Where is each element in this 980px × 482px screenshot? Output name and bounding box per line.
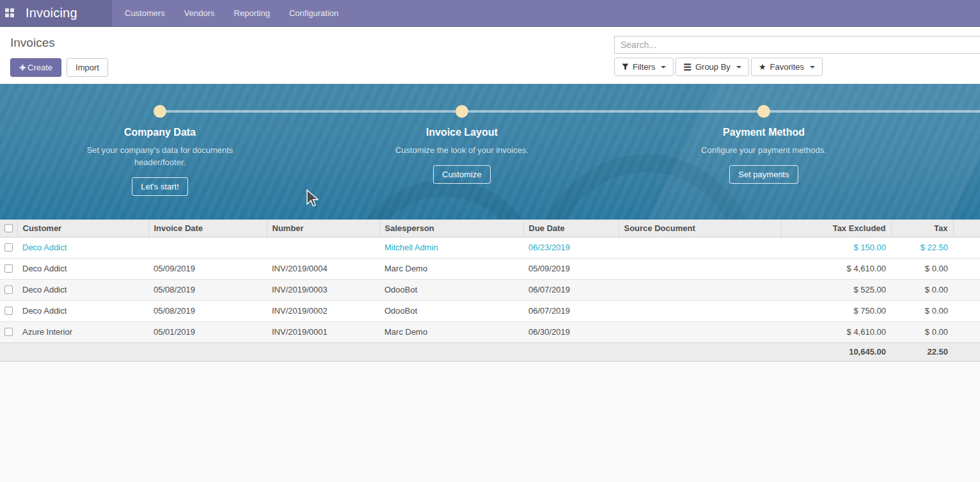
cell-tax-excluded[interactable]: $ 150.00 bbox=[781, 237, 891, 258]
step-action-button[interactable]: Let's start! bbox=[132, 177, 188, 196]
cell-tax[interactable]: $ 0.00 bbox=[891, 300, 953, 321]
step-description: Set your company's data for documents he… bbox=[84, 144, 236, 168]
top-navbar: Invoicing CustomersVendorsReportingConfi… bbox=[0, 0, 980, 27]
cell-spacer bbox=[953, 258, 980, 279]
column-header-number[interactable]: Number bbox=[267, 220, 379, 237]
cell-salesperson[interactable]: Mitchell Admin bbox=[379, 237, 523, 258]
step-title: Invoice Layout bbox=[426, 127, 498, 138]
cell-invoice-date[interactable] bbox=[148, 237, 267, 258]
cell-number[interactable]: INV/2019/0003 bbox=[267, 279, 379, 300]
spacer-column-header bbox=[953, 220, 980, 237]
cell-tax-excluded[interactable]: $ 4,610.00 bbox=[781, 258, 891, 279]
invoice-row[interactable]: Deco Addict 05/08/2019 INV/2019/0003 Odo… bbox=[0, 279, 980, 300]
step-title: Payment Method bbox=[723, 127, 805, 138]
cell-number[interactable] bbox=[267, 237, 379, 258]
cell-spacer bbox=[953, 237, 980, 258]
cell-customer[interactable]: Deco Addict bbox=[17, 258, 148, 279]
cell-due-date[interactable]: 06/23/2019 bbox=[523, 237, 619, 258]
column-header-salesperson[interactable]: Salesperson bbox=[379, 220, 523, 237]
create-button[interactable]: ✚Create bbox=[10, 58, 61, 77]
app-name[interactable]: Invoicing bbox=[26, 6, 77, 20]
invoice-row[interactable]: Deco Addict Mitchell Admin 06/23/2019 $ … bbox=[0, 237, 980, 258]
cell-due-date[interactable]: 06/07/2019 bbox=[523, 279, 619, 300]
cell-invoice-date[interactable]: 05/08/2019 bbox=[148, 279, 267, 300]
cell-customer[interactable]: Deco Addict bbox=[17, 237, 148, 258]
cell-tax-excluded[interactable]: $ 525.00 bbox=[781, 279, 891, 300]
top-menu-item[interactable]: Reporting bbox=[228, 0, 276, 26]
invoice-row[interactable]: Azure Interior 05/01/2019 INV/2019/0001 … bbox=[0, 321, 980, 342]
row-checkbox[interactable] bbox=[4, 264, 13, 273]
row-checkbox-cell[interactable] bbox=[0, 258, 17, 279]
cell-tax[interactable]: $ 0.00 bbox=[891, 321, 953, 342]
cell-number[interactable]: INV/2019/0002 bbox=[267, 300, 379, 321]
cell-tax[interactable]: $ 22.50 bbox=[891, 237, 953, 258]
total-tax-excluded: 10,645.00 bbox=[781, 342, 891, 361]
column-header-invoice-date[interactable]: Invoice Date bbox=[148, 220, 267, 237]
cell-customer[interactable]: Deco Addict bbox=[17, 279, 148, 300]
cell-source-document[interactable] bbox=[619, 237, 781, 258]
step-description: Configure your payment methods. bbox=[701, 144, 826, 156]
row-checkbox[interactable] bbox=[4, 285, 13, 294]
row-checkbox[interactable] bbox=[4, 243, 13, 252]
top-menu-item[interactable]: Customers bbox=[118, 0, 171, 26]
row-checkbox-cell[interactable] bbox=[0, 300, 17, 321]
page-title: Invoices bbox=[10, 36, 108, 50]
cell-due-date[interactable]: 06/30/2019 bbox=[523, 321, 619, 342]
cell-tax[interactable]: $ 0.00 bbox=[891, 258, 953, 279]
plus-icon: ✚ bbox=[19, 63, 26, 72]
cell-tax-excluded[interactable]: $ 4,610.00 bbox=[781, 321, 891, 342]
invoice-row[interactable]: Deco Addict 05/09/2019 INV/2019/0004 Mar… bbox=[0, 258, 980, 279]
step-action-button[interactable]: Set payments bbox=[729, 165, 798, 184]
cell-source-document[interactable] bbox=[619, 258, 781, 279]
cell-salesperson[interactable]: Marc Demo bbox=[379, 321, 523, 342]
cell-tax[interactable]: $ 0.00 bbox=[891, 279, 953, 300]
apps-grid-icon[interactable] bbox=[5, 8, 15, 18]
step-action-button[interactable]: Customize bbox=[433, 165, 490, 184]
cell-customer[interactable]: Azure Interior bbox=[17, 321, 148, 342]
row-checkbox-cell[interactable] bbox=[0, 321, 17, 342]
cell-number[interactable]: INV/2019/0001 bbox=[267, 321, 379, 342]
import-button[interactable]: Import bbox=[67, 58, 108, 77]
select-all-header[interactable] bbox=[0, 220, 17, 237]
top-menu-item[interactable]: Configuration bbox=[283, 0, 345, 26]
caret-down-icon bbox=[810, 66, 815, 68]
cell-invoice-date[interactable]: 05/09/2019 bbox=[148, 258, 267, 279]
control-panel: Invoices ✚Create Import Filters ☰ Group … bbox=[0, 27, 980, 84]
top-menu: CustomersVendorsReportingConfiguration bbox=[115, 0, 348, 26]
column-header-tax-excluded[interactable]: Tax Excluded bbox=[781, 220, 891, 237]
cell-source-document[interactable] bbox=[619, 321, 781, 342]
cell-source-document[interactable] bbox=[619, 279, 781, 300]
filters-button[interactable]: Filters bbox=[614, 58, 674, 76]
cell-invoice-date[interactable]: 05/01/2019 bbox=[148, 321, 267, 342]
invoice-row[interactable]: Deco Addict 05/08/2019 INV/2019/0002 Odo… bbox=[0, 300, 980, 321]
group-by-button[interactable]: ☰ Group By bbox=[676, 58, 748, 76]
cell-customer[interactable]: Deco Addict bbox=[17, 300, 148, 321]
cell-tax-excluded[interactable]: $ 750.00 bbox=[781, 300, 891, 321]
row-checkbox[interactable] bbox=[4, 307, 13, 315]
cell-invoice-date[interactable]: 05/08/2019 bbox=[148, 300, 267, 321]
search-input[interactable] bbox=[614, 36, 980, 54]
row-checkbox-cell[interactable] bbox=[0, 279, 17, 300]
cell-number[interactable]: INV/2019/0004 bbox=[267, 258, 379, 279]
column-header-source-document[interactable]: Source Document bbox=[619, 220, 781, 237]
cell-due-date[interactable]: 06/07/2019 bbox=[523, 300, 619, 321]
favorites-star-icon: ★ bbox=[759, 62, 766, 72]
row-checkbox-cell[interactable] bbox=[0, 237, 17, 258]
step-dot-icon bbox=[455, 105, 468, 118]
cell-source-document[interactable] bbox=[619, 300, 781, 321]
cell-salesperson[interactable]: OdooBot bbox=[379, 300, 523, 321]
cell-spacer bbox=[953, 300, 980, 321]
cell-salesperson[interactable]: Marc Demo bbox=[379, 258, 523, 279]
totals-row: 10,645.00 22.50 bbox=[0, 342, 980, 361]
cell-salesperson[interactable]: OdooBot bbox=[379, 279, 523, 300]
row-checkbox[interactable] bbox=[4, 328, 13, 336]
totals-spacer bbox=[953, 342, 980, 361]
select-all-checkbox[interactable] bbox=[4, 224, 13, 232]
top-menu-item[interactable]: Vendors bbox=[178, 0, 221, 26]
favorites-button[interactable]: ★ Favorites bbox=[751, 58, 823, 76]
totals-empty-cell bbox=[0, 342, 781, 361]
column-header-due-date[interactable]: Due Date bbox=[523, 220, 619, 237]
column-header-tax[interactable]: Tax bbox=[891, 220, 953, 237]
cell-due-date[interactable]: 05/09/2019 bbox=[523, 258, 619, 279]
column-header-customer[interactable]: Customer bbox=[17, 220, 148, 237]
